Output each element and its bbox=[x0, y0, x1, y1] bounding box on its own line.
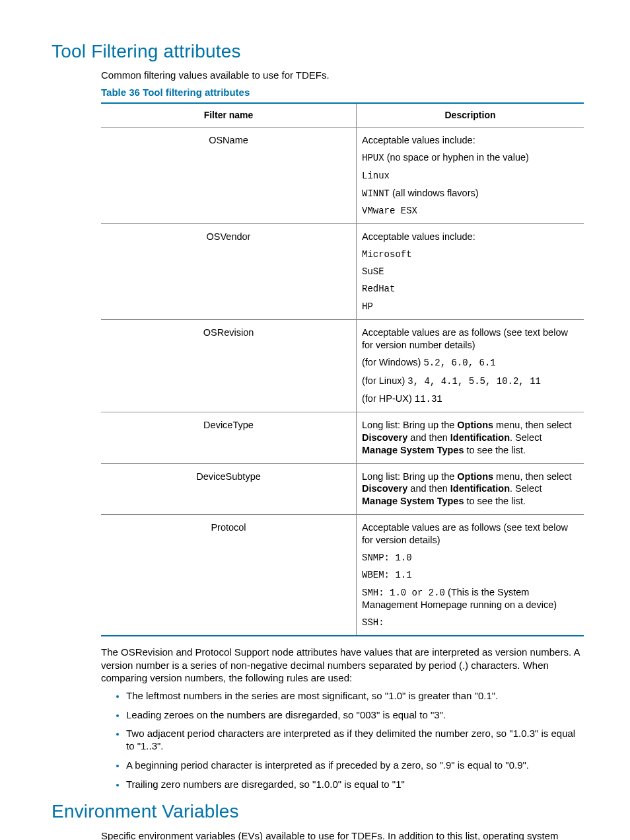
list-item: A beginning period character is interpre… bbox=[126, 759, 584, 772]
body-paragraph: The OSRevision and Protocol Support node… bbox=[101, 646, 584, 685]
desc-line: HPUX (no space or hyphen in the value) bbox=[362, 151, 578, 164]
desc-text: (for Windows) bbox=[362, 357, 423, 367]
desc-line: SMH: 1.0 or 2.0 (This is the System Mana… bbox=[362, 586, 578, 611]
table-caption: Table 36 Tool filtering attributes bbox=[101, 86, 584, 99]
cell-filter-name: OSRevision bbox=[101, 319, 357, 412]
th-filter-name: Filter name bbox=[101, 103, 357, 127]
desc-line: Long list: Bring up the Options menu, th… bbox=[362, 471, 578, 508]
desc-text: (for Linux) bbox=[362, 375, 407, 386]
table-row: OSVendor Acceptable values include: Micr… bbox=[101, 224, 584, 320]
desc-text: Long list: Bring up the bbox=[362, 420, 457, 430]
desc-bold: Identification bbox=[450, 432, 510, 443]
desc-line: SSH: bbox=[362, 617, 578, 629]
cell-filter-name: DeviceType bbox=[101, 412, 357, 464]
desc-text: . Select bbox=[510, 432, 542, 443]
cell-filter-name: Protocol bbox=[101, 515, 357, 636]
code-text: WINNT bbox=[362, 188, 390, 199]
code-text: HPUX bbox=[362, 153, 384, 163]
desc-text: and then bbox=[407, 483, 450, 494]
desc-line: Linux bbox=[362, 170, 578, 182]
desc-bold: Manage System Types bbox=[362, 445, 464, 455]
desc-line: (for Linux) 3, 4, 4.1, 5.5, 10.2, 11 bbox=[362, 375, 578, 387]
table-row: DeviceSubtype Long list: Bring up the Op… bbox=[101, 463, 584, 515]
desc-line: (for Windows) 5.2, 6.0, 6.1 bbox=[362, 356, 578, 369]
desc-bold: Options bbox=[457, 420, 493, 430]
list-item: Leading zeroes on the numbers are disreg… bbox=[126, 709, 584, 722]
th-description: Description bbox=[357, 103, 584, 127]
desc-text: and then bbox=[407, 432, 450, 443]
table-row: OSName Acceptable values include: HPUX (… bbox=[101, 127, 584, 224]
desc-text: to see the list. bbox=[464, 496, 526, 506]
code-text: SMH: 1.0 or 2.0 bbox=[362, 588, 445, 598]
desc-text: (for HP-UX) bbox=[362, 393, 415, 404]
desc-text: (no space or hyphen in the value) bbox=[384, 152, 529, 163]
cell-description: Acceptable values include: Microsoft SuS… bbox=[357, 224, 584, 320]
desc-line: Microsoft bbox=[362, 248, 578, 260]
desc-line: WBEM: 1.1 bbox=[362, 569, 578, 581]
cell-description: Long list: Bring up the Options menu, th… bbox=[357, 412, 584, 464]
desc-text: (all windows flavors) bbox=[390, 188, 479, 198]
list-item: Trailing zero numbers are disregarded, s… bbox=[126, 779, 584, 791]
desc-line: Acceptable values include: bbox=[362, 231, 578, 243]
cell-description: Acceptable values include: HPUX (no spac… bbox=[357, 127, 584, 224]
desc-text: to see the list. bbox=[464, 445, 526, 455]
desc-line: (for HP-UX) 11.31 bbox=[362, 393, 578, 405]
table-row: DeviceType Long list: Bring up the Optio… bbox=[101, 412, 584, 464]
desc-bold: Discovery bbox=[362, 483, 407, 494]
cell-description: Acceptable values are as follows (see te… bbox=[357, 319, 584, 412]
desc-line: HP bbox=[362, 301, 578, 313]
list-item: Two adjacent period characters are inter… bbox=[126, 728, 584, 753]
code-text: 3, 4, 4.1, 5.5, 10.2, 11 bbox=[407, 376, 541, 387]
desc-line: Acceptable values are as follows (see te… bbox=[362, 326, 578, 352]
list-item: The leftmost numbers in the series are m… bbox=[126, 690, 584, 703]
cell-description: Acceptable values are as follows (see te… bbox=[357, 515, 584, 636]
desc-line: WINNT (all windows flavors) bbox=[362, 187, 578, 200]
table-row: Protocol Acceptable values are as follow… bbox=[101, 515, 584, 636]
desc-text: Long list: Bring up the bbox=[362, 471, 457, 482]
filtering-attributes-table: Filter name Description OSName Acceptabl… bbox=[101, 102, 584, 636]
desc-text: . Select bbox=[510, 483, 542, 494]
desc-bold: Options bbox=[457, 471, 493, 482]
cell-filter-name: OSVendor bbox=[101, 224, 357, 320]
table-row: OSRevision Acceptable values are as foll… bbox=[101, 319, 584, 412]
cell-filter-name: OSName bbox=[101, 127, 357, 224]
desc-line: Acceptable values include: bbox=[362, 134, 578, 147]
desc-line: SuSE bbox=[362, 266, 578, 278]
rules-list: The leftmost numbers in the series are m… bbox=[101, 690, 584, 791]
cell-filter-name: DeviceSubtype bbox=[101, 463, 357, 515]
desc-bold: Manage System Types bbox=[362, 496, 464, 506]
env-paragraph: Specific environment variables (EVs) ava… bbox=[101, 829, 584, 840]
desc-bold: Identification bbox=[450, 483, 510, 494]
desc-bold: Discovery bbox=[362, 432, 407, 443]
desc-line: Acceptable values are as follows (see te… bbox=[362, 521, 578, 547]
intro-text: Common filtering values available to use… bbox=[101, 69, 584, 82]
code-text: 11.31 bbox=[415, 394, 442, 404]
code-text: 5.2, 6.0, 6.1 bbox=[423, 358, 495, 368]
desc-text: menu, then select bbox=[493, 420, 572, 430]
desc-line: Long list: Bring up the Options menu, th… bbox=[362, 419, 578, 457]
desc-text: menu, then select bbox=[493, 471, 572, 482]
section-heading: Environment Variables bbox=[52, 800, 584, 823]
cell-description: Long list: Bring up the Options menu, th… bbox=[357, 463, 584, 515]
desc-line: VMware ESX bbox=[362, 205, 578, 217]
desc-line: SNMP: 1.0 bbox=[362, 552, 578, 564]
desc-line: RedHat bbox=[362, 283, 578, 295]
section-heading: Tool Filtering attributes bbox=[52, 40, 584, 63]
